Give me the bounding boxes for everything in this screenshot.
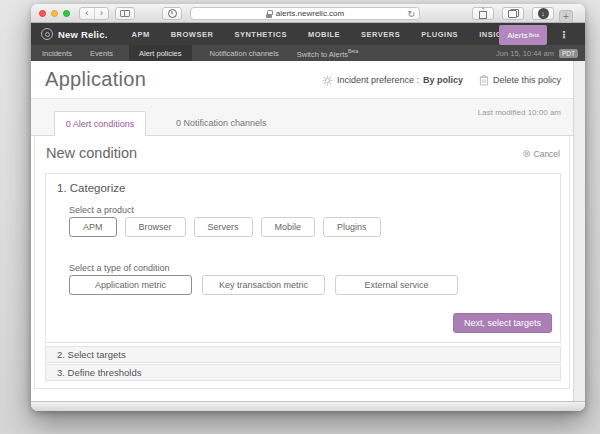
browser-status-bar	[31, 401, 585, 411]
url-bar[interactable]: alerts.newrelic.com ↻	[190, 7, 420, 20]
step1-heading: 1. Categorize	[57, 182, 125, 194]
cancel-button[interactable]: ⊗ Cancel	[522, 149, 560, 159]
subnav-item-events[interactable]: Events	[90, 49, 113, 58]
product-option-browser[interactable]: Browser	[125, 217, 186, 237]
new-tab-button[interactable]: +	[559, 10, 573, 23]
timezone-badge[interactable]: PDT	[559, 49, 578, 58]
new-relic-logo-icon	[41, 28, 53, 40]
tab-notification-channels[interactable]: 0 Notification channels	[156, 110, 287, 135]
close-window-button[interactable]	[39, 10, 46, 17]
nav-item-synthetics[interactable]: SYNTHETICS	[234, 30, 287, 39]
policy-title: Application	[45, 68, 146, 91]
toolbar-right-buttons: ↑ ↓	[472, 7, 554, 20]
main-nav: New Relic. APM BROWSER SYNTHETICS MOBILE…	[31, 23, 585, 45]
subnav-datetime: Jun 15, 10:44 am PDT	[496, 45, 578, 61]
nav-item-apm[interactable]: APM	[132, 30, 150, 39]
browser-window: ‹ › alerts.newrelic.com ↻ ↑ ↓	[31, 4, 585, 411]
tab-alert-conditions[interactable]: 0 Alert conditions	[54, 111, 146, 136]
incident-preference-button[interactable]: Incident preference : By policy	[322, 75, 463, 86]
condition-type-options: Application metric Key transaction metri…	[69, 275, 458, 295]
last-modified-text: Last modified 10:00 am	[478, 108, 561, 117]
url-text: alerts.newrelic.com	[276, 9, 344, 18]
step3-define-thresholds-section[interactable]: 3. Define thresholds	[45, 364, 561, 381]
alerts-subnav: Incidents Events Alert policies Notifica…	[31, 45, 585, 61]
product-options: APM Browser Servers Mobile Plugins	[69, 217, 381, 237]
refresh-icon[interactable]: ↻	[407, 8, 415, 20]
tabs-icon	[508, 9, 519, 18]
current-datetime: Jun 15, 10:44 am	[496, 49, 554, 58]
delete-policy-button[interactable]: Delete this policy	[479, 74, 561, 86]
incident-preference-value: By policy	[423, 75, 463, 85]
brand-name: New Relic.	[58, 29, 108, 40]
sidebar-icon	[120, 10, 130, 17]
trash-icon	[479, 74, 489, 86]
new-relic-logo[interactable]: New Relic.	[41, 28, 108, 40]
tab-overview-button[interactable]	[502, 7, 524, 20]
share-icon: ↑	[479, 9, 488, 19]
product-option-mobile[interactable]: Mobile	[261, 217, 316, 237]
sidebar-button[interactable]	[115, 7, 135, 20]
downloads-button[interactable]: ↓	[532, 7, 554, 20]
subnav-item-notification-channels[interactable]: Notification channels	[210, 49, 279, 58]
policy-tabs: 0 Alert conditions 0 Notification channe…	[31, 98, 573, 136]
zoom-window-button[interactable]	[63, 10, 70, 17]
type-option-key-transaction-metric[interactable]: Key transaction metric	[202, 275, 325, 295]
download-icon: ↓	[538, 8, 549, 19]
next-select-targets-button[interactable]: Next, select targets	[453, 313, 552, 333]
history-button[interactable]	[162, 7, 182, 20]
window-controls	[39, 10, 70, 17]
page-content: Application Incident preferen	[31, 61, 585, 401]
nav-item-plugins[interactable]: PLUGINS	[421, 30, 458, 39]
clock-icon	[168, 9, 177, 18]
product-option-servers[interactable]: Servers	[194, 217, 253, 237]
nav-item-mobile[interactable]: MOBILE	[308, 30, 340, 39]
page-scrollbar[interactable]	[573, 61, 585, 401]
type-option-application-metric[interactable]: Application metric	[69, 275, 192, 295]
product-option-plugins[interactable]: Plugins	[323, 217, 381, 237]
back-button[interactable]: ‹	[80, 8, 94, 19]
alert-conditions-panel: New condition ⊗ Cancel 1. Categorize Sel…	[34, 136, 570, 389]
product-option-apm[interactable]: APM	[69, 217, 117, 237]
step1-categorize-section: 1. Categorize Select a product APM Brows…	[45, 173, 561, 343]
overflow-menu-icon[interactable]: ⋮	[559, 23, 569, 45]
select-product-label: Select a product	[69, 205, 134, 215]
share-button[interactable]: ↑	[472, 7, 494, 20]
nav-item-browser[interactable]: BROWSER	[171, 30, 214, 39]
subnav-item-switch-to-alerts[interactable]: Switch to AlertsBeta	[297, 48, 359, 59]
minimize-window-button[interactable]	[51, 10, 58, 17]
step2-select-targets-section[interactable]: 2. Select targets	[45, 346, 561, 363]
select-type-label: Select a type of condition	[69, 263, 170, 273]
nav-item-servers[interactable]: SERVERS	[361, 30, 400, 39]
cancel-icon: ⊗	[522, 149, 530, 159]
new-condition-title: New condition	[46, 145, 137, 161]
policy-header: Application Incident preferen	[31, 61, 573, 98]
forward-button[interactable]: ›	[94, 8, 108, 19]
nav-item-alerts-active[interactable]: AlertsBeta	[499, 25, 547, 45]
subnav-item-incidents[interactable]: Incidents	[42, 49, 72, 58]
gear-icon	[322, 75, 333, 86]
lock-icon	[266, 10, 272, 18]
browser-toolbar: ‹ › alerts.newrelic.com ↻ ↑ ↓	[31, 4, 585, 23]
forward-icon: ›	[100, 8, 103, 18]
type-option-external-service[interactable]: External service	[335, 275, 458, 295]
history-nav-buttons: ‹ ›	[79, 7, 109, 20]
back-icon: ‹	[86, 8, 89, 18]
subnav-item-alert-policies[interactable]: Alert policies	[129, 45, 192, 61]
